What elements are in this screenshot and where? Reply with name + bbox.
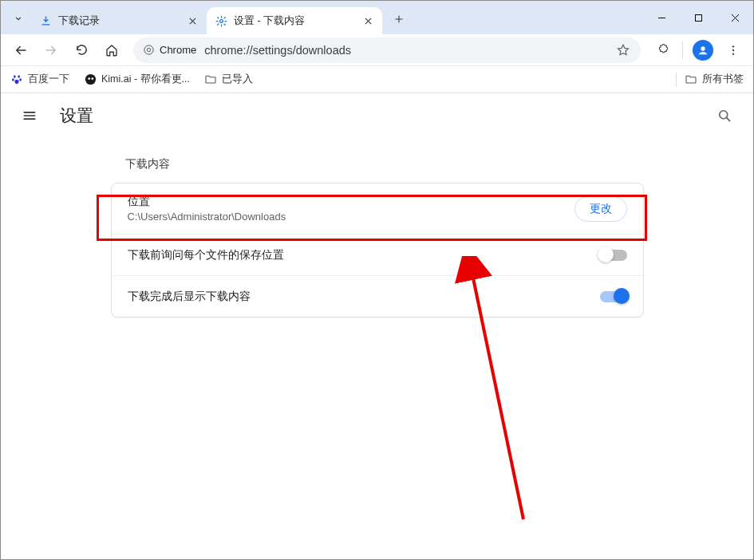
bookmark-label: Kimi.ai - 帮你看更...: [101, 73, 190, 86]
nav-back-button[interactable]: [7, 37, 34, 64]
settings-section: 下载内容 位置 C:\Users\Administrator\Downloads…: [106, 152, 649, 317]
puzzle-icon: [655, 43, 669, 57]
svg-point-13: [88, 77, 90, 80]
svg-point-7: [732, 53, 734, 54]
bookmarks-divider: [676, 73, 677, 87]
downloads-settings-card: 位置 C:\Users\Administrator\Downloads 更改 下…: [111, 183, 644, 317]
tab-settings-downloads[interactable]: 设置 - 下载内容: [207, 7, 382, 34]
page-title: 设置: [60, 105, 93, 127]
reload-icon: [75, 43, 89, 57]
folder-icon: [204, 73, 217, 86]
nav-reload-button[interactable]: [68, 37, 95, 64]
toggle-knob: [614, 288, 630, 304]
close-icon: [365, 18, 372, 25]
gear-icon: [215, 14, 227, 27]
bookmark-label: 所有书签: [702, 73, 744, 86]
svg-point-12: [85, 74, 95, 85]
tab-close-button[interactable]: [186, 14, 199, 27]
browser-titlebar: 下载记录 设置 - 下载内容: [1, 1, 753, 34]
all-bookmarks-button[interactable]: 所有书签: [685, 73, 744, 86]
close-icon: [189, 18, 196, 25]
settings-search-button[interactable]: [709, 100, 740, 132]
kimi-favicon-icon: [84, 73, 97, 86]
plus-icon: [393, 14, 405, 25]
svg-point-11: [19, 78, 22, 81]
origin-label: Chrome: [160, 44, 196, 56]
bookmark-label: 已导入: [222, 73, 253, 86]
show-on-complete-label: 下载完成后显示下载内容: [128, 290, 587, 304]
nav-home-button[interactable]: [98, 37, 125, 64]
folder-icon: [685, 73, 697, 86]
show-on-complete-row: 下载完成后显示下载内容: [112, 275, 643, 317]
change-location-button[interactable]: 更改: [574, 196, 627, 222]
tab-downloads-history[interactable]: 下载记录: [31, 7, 207, 34]
svg-point-14: [91, 77, 93, 80]
arrow-right-icon: [44, 43, 58, 57]
settings-page: 设置 下载内容 位置 C:\Users\Administrator\Downlo…: [1, 93, 753, 559]
hamburger-icon: [22, 108, 38, 124]
baidu-paw-icon: [10, 73, 23, 86]
svg-point-4: [701, 46, 705, 50]
omnibox[interactable]: Chrome chrome://settings/downloads: [133, 37, 641, 63]
settings-menu-button[interactable]: [14, 100, 45, 132]
chrome-logo-icon: [143, 44, 155, 56]
arrow-left-icon: [14, 43, 28, 57]
bookmarks-bar: 百度一下 Kimi.ai - 帮你看更... 已导入 所有书签: [1, 66, 753, 93]
omnibox-url: chrome://settings/downloads: [204, 44, 351, 57]
profile-button[interactable]: [689, 37, 716, 64]
search-icon: [716, 108, 732, 124]
svg-point-9: [18, 75, 20, 77]
svg-point-0: [219, 19, 223, 22]
chevron-down-icon: [13, 13, 24, 24]
toolbar-divider: [682, 41, 683, 59]
bookmark-kimi[interactable]: Kimi.ai - 帮你看更...: [84, 73, 190, 86]
bookmark-label: 百度一下: [28, 73, 69, 86]
window-close-button[interactable]: [716, 1, 753, 34]
download-location-label: 位置: [128, 195, 562, 209]
download-location-row: 位置 C:\Users\Administrator\Downloads 更改: [112, 183, 643, 234]
nav-forward-button[interactable]: [38, 37, 65, 64]
app-menu-button[interactable]: [720, 37, 747, 64]
svg-point-2: [144, 45, 153, 54]
browser-toolbar: Chrome chrome://settings/downloads: [1, 34, 753, 66]
avatar-icon: [693, 40, 713, 61]
window-maximize-button[interactable]: [680, 1, 716, 34]
site-chip[interactable]: Chrome: [143, 44, 196, 56]
svg-rect-1: [695, 14, 701, 21]
settings-header: 设置: [1, 93, 753, 138]
star-icon: [616, 43, 630, 57]
new-tab-button[interactable]: [387, 7, 411, 31]
tab-search-button[interactable]: [6, 6, 31, 31]
download-icon: [39, 14, 52, 27]
tab-title: 下载记录: [58, 14, 180, 28]
svg-point-6: [732, 49, 734, 50]
bookmark-star-button[interactable]: [615, 42, 631, 58]
window-minimize-button[interactable]: [643, 1, 680, 34]
show-on-complete-toggle[interactable]: [600, 291, 627, 302]
maximize-icon: [694, 14, 703, 22]
close-icon: [731, 14, 740, 22]
svg-point-5: [732, 45, 734, 47]
ask-before-download-label: 下载前询问每个文件的保存位置: [128, 248, 587, 262]
window-controls: [643, 1, 753, 34]
svg-point-10: [12, 78, 14, 81]
svg-point-8: [14, 75, 16, 77]
home-icon: [105, 43, 119, 57]
ask-before-download-toggle[interactable]: [600, 250, 627, 261]
svg-point-3: [147, 48, 150, 51]
toggle-knob: [598, 246, 614, 262]
kebab-icon: [727, 44, 740, 57]
download-location-path: C:\Users\Administrator\Downloads: [128, 211, 562, 223]
extensions-button[interactable]: [649, 37, 676, 64]
bookmark-baidu[interactable]: 百度一下: [10, 73, 69, 86]
ask-before-download-row: 下载前询问每个文件的保存位置: [112, 234, 643, 275]
bookmark-folder-imported[interactable]: 已导入: [204, 73, 253, 86]
section-heading: 下载内容: [111, 152, 644, 183]
minimize-icon: [657, 14, 666, 22]
tab-close-button[interactable]: [361, 14, 374, 27]
tab-title: 设置 - 下载内容: [234, 14, 355, 28]
